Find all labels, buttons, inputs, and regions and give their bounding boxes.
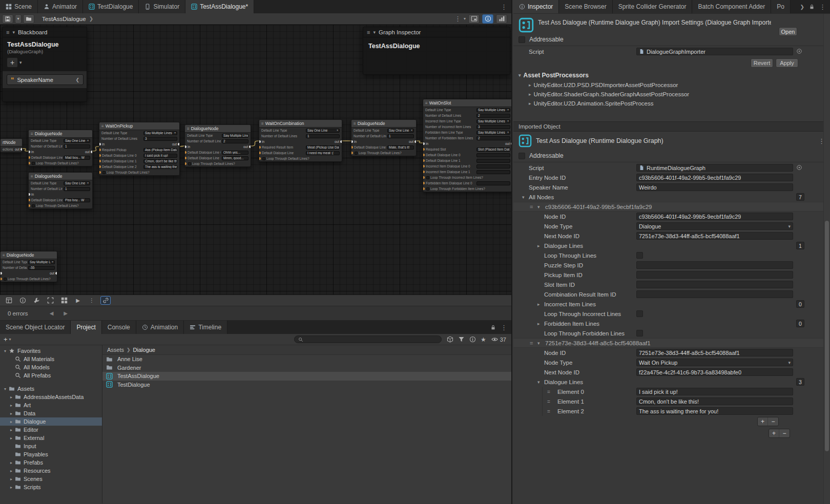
toggle-layout-button[interactable] bbox=[4, 296, 14, 305]
property-field[interactable]: c93b5606-401f-49a2-99b5-9ecbf1fa9c29 bbox=[636, 213, 793, 220]
tree-item-all-prefabs[interactable]: All Prefabs bbox=[0, 371, 102, 380]
hamburger-icon[interactable]: ≡ bbox=[6, 29, 9, 35]
tree-item-all-models[interactable]: All Models bbox=[0, 363, 102, 371]
node-hamburger-icon[interactable]: ≡ bbox=[425, 101, 428, 106]
tab-scene[interactable]: Scene bbox=[0, 0, 38, 13]
node-field[interactable]: Mad boy... W bbox=[64, 156, 90, 160]
visible-assets-count[interactable]: 37 bbox=[491, 336, 508, 343]
tree-item-scripts[interactable]: ▸Scripts bbox=[0, 483, 102, 491]
output-port[interactable] bbox=[340, 140, 342, 143]
line-port[interactable] bbox=[99, 171, 101, 174]
toggle-blackboard-button[interactable] bbox=[482, 14, 493, 24]
line-port[interactable] bbox=[99, 160, 101, 162]
tree-item-input[interactable]: Input bbox=[0, 442, 102, 450]
asset-postprocessors-foldout[interactable]: ▾ Asset PostProcessors bbox=[513, 70, 830, 80]
tree-item-dialogue[interactable]: ▸Dialogue bbox=[0, 417, 102, 426]
save-dropdown-button[interactable]: ▾ bbox=[15, 14, 22, 24]
node-dropdown[interactable]: Say One Line▾ bbox=[64, 181, 90, 185]
line-port[interactable] bbox=[423, 159, 425, 162]
add-element-button[interactable]: + bbox=[769, 429, 779, 437]
tab-testassdialogue[interactable]: TestAssDialogue* bbox=[185, 0, 254, 13]
node-field[interactable]: 1 bbox=[387, 134, 414, 138]
foldout-closed-icon[interactable]: ▸ bbox=[537, 302, 540, 307]
foldout-closed-icon[interactable]: ▸ bbox=[8, 419, 14, 424]
node-dropdown[interactable]: Say Multiple Lines▾ bbox=[476, 131, 510, 135]
tree-item-external[interactable]: ▸External bbox=[0, 434, 102, 442]
node-checkbox[interactable] bbox=[4, 278, 7, 281]
input-port[interactable] bbox=[423, 142, 425, 145]
node-field[interactable] bbox=[476, 159, 510, 163]
node-field[interactable]: I need my meat :( bbox=[306, 151, 340, 155]
property-field[interactable]: Weirdo bbox=[636, 183, 793, 191]
tab-animation[interactable]: Animation bbox=[136, 321, 184, 334]
tab-scene-object-locator[interactable]: Scene Object Locator bbox=[0, 321, 71, 334]
dialogue-graph-canvas[interactable]: rtNodeectionsout≡DialogueNodeDefault Lin… bbox=[0, 25, 511, 295]
line-port[interactable] bbox=[99, 149, 101, 151]
foldout-open-icon[interactable]: ▾ bbox=[537, 341, 540, 346]
lock-icon[interactable] bbox=[490, 325, 496, 330]
open-asset-button[interactable] bbox=[447, 336, 453, 343]
grid-snap-button[interactable] bbox=[59, 296, 69, 305]
output-port[interactable] bbox=[55, 272, 57, 275]
chevron-left-icon[interactable]: ❮ bbox=[75, 77, 79, 82]
frame-all-button[interactable] bbox=[45, 296, 55, 305]
drag-handle-icon[interactable]: = bbox=[547, 398, 550, 404]
node-element-header[interactable]: =▾7251e73e-38d3-44ff-a8c5-bcf54088aaf1 bbox=[513, 338, 830, 348]
foldout-closed-icon[interactable]: ▸ bbox=[8, 460, 14, 465]
foldout-closed-icon[interactable]: ▸ bbox=[8, 469, 14, 473]
save-search-button[interactable]: ★ bbox=[481, 336, 486, 343]
output-port[interactable] bbox=[91, 151, 93, 153]
foldout-closed-icon[interactable]: ▸ bbox=[537, 321, 540, 326]
node-hamburger-icon[interactable]: ≡ bbox=[31, 174, 33, 179]
drag-handle-icon[interactable]: = bbox=[547, 408, 550, 414]
property-field[interactable]: 7251e73e-38d3-44ff-a8c5-bcf54088aaf1 bbox=[636, 349, 793, 356]
open-button[interactable]: Open bbox=[779, 27, 797, 36]
object-picker-icon[interactable] bbox=[796, 164, 802, 171]
property-field[interactable]: f22a475e-4c2f-41c6-9b73-6a83498abfe0 bbox=[636, 368, 793, 376]
line-port[interactable] bbox=[423, 171, 425, 173]
foldout-closed-icon[interactable]: ▸ bbox=[8, 403, 14, 408]
property-field[interactable]: The ass is waiting there for you! bbox=[636, 407, 793, 415]
graph-node-dialoguenode[interactable]: ≡DialogueNodeDefault Line TypeSay One Li… bbox=[351, 119, 417, 156]
graph-node-waitoncombination[interactable]: ≡WaitOnCombinationDefault Line TypeSay O… bbox=[259, 119, 342, 162]
node-hamburger-icon[interactable]: ≡ bbox=[101, 124, 104, 129]
lock-icon[interactable] bbox=[809, 4, 815, 10]
link-toggle-button[interactable] bbox=[100, 296, 111, 305]
node-dropdown[interactable]: Say Multiple Lines▾ bbox=[222, 134, 248, 138]
property-field[interactable]: Cmon, don't be like this! bbox=[636, 397, 793, 405]
node-checkbox[interactable] bbox=[262, 157, 265, 160]
output-port[interactable] bbox=[414, 140, 417, 143]
line-port[interactable] bbox=[184, 151, 186, 154]
object-picker-icon[interactable] bbox=[796, 48, 802, 54]
project-breadcrumb[interactable]: Assets ❯ Dialogue bbox=[102, 345, 511, 355]
node-dropdown[interactable]: Say One Line▾ bbox=[64, 139, 90, 143]
tab-po[interactable]: Po bbox=[771, 0, 791, 13]
blackboard-panel[interactable]: ≡ ▾ Blackboard TestAssDialogue (Dialogue… bbox=[2, 27, 87, 102]
line-port[interactable] bbox=[184, 157, 186, 159]
graph-node-dialoguenode[interactable]: ≡DialogueNodeDefault Line TypeSay One Li… bbox=[28, 172, 93, 209]
graph-node-rtnode[interactable]: rtNodeectionsout bbox=[0, 138, 23, 153]
property-field[interactable] bbox=[636, 271, 793, 279]
foldout-open-icon[interactable]: ▾ bbox=[537, 204, 540, 209]
tab-timeline[interactable]: Timeline bbox=[184, 321, 227, 334]
tree-item-prefabs[interactable]: ▸Prefabs bbox=[0, 458, 102, 467]
input-port[interactable] bbox=[259, 140, 261, 143]
property-field[interactable] bbox=[636, 261, 793, 269]
tree-item-playables[interactable]: Playables bbox=[0, 450, 102, 458]
property-field[interactable] bbox=[636, 290, 793, 298]
node-field[interactable]: 2 bbox=[476, 136, 510, 140]
line-port[interactable] bbox=[259, 157, 261, 160]
asset-item-gardener[interactable]: Gardener bbox=[102, 364, 511, 372]
node-hamburger-icon[interactable]: ≡ bbox=[187, 127, 190, 131]
caret-down-icon[interactable]: ▾ bbox=[19, 60, 22, 65]
blackboard-property-speakername[interactable]: “ SpeakerName ❮ bbox=[7, 74, 84, 85]
node-hamburger-icon[interactable]: ≡ bbox=[354, 121, 356, 126]
line-port[interactable] bbox=[423, 182, 425, 184]
tree-item-data[interactable]: ▸Data bbox=[0, 409, 102, 417]
foldout-closed-icon[interactable]: ▸ bbox=[8, 477, 14, 481]
property-dropdown[interactable]: Wait On Pickup▾ bbox=[636, 359, 793, 366]
property-field[interactable] bbox=[636, 281, 793, 288]
caret-down-icon[interactable]: ▾ bbox=[373, 30, 376, 35]
node-dropdown[interactable]: Say Multiple Lines▾ bbox=[476, 119, 510, 123]
property-checkbox[interactable] bbox=[636, 252, 643, 259]
